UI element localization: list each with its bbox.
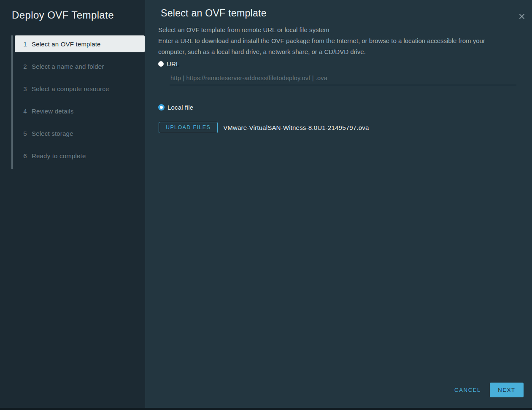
- step-number: 1: [22, 40, 28, 48]
- step-number: 5: [22, 130, 28, 137]
- step-progress-track: [11, 35, 13, 169]
- url-input[interactable]: [170, 73, 516, 85]
- url-radio-label[interactable]: URL: [167, 60, 180, 67]
- url-radio-icon[interactable]: [158, 61, 164, 67]
- step-label: Select a compute resource: [32, 85, 109, 92]
- step-item-ready-to-complete: 6 Ready to complete: [15, 147, 145, 164]
- local-file-radio-icon[interactable]: [158, 104, 165, 111]
- step-number: 6: [22, 152, 28, 159]
- wizard-step-content: Select an OVF template Select an OVF tem…: [145, 0, 532, 408]
- close-icon: [518, 13, 525, 20]
- step-number: 3: [22, 85, 28, 92]
- description-detail: Enter a URL to download and install the …: [158, 35, 510, 57]
- selected-filename: VMware-VirtualSAN-Witness-8.0U1-21495797…: [223, 124, 369, 131]
- step-number: 2: [22, 63, 28, 70]
- url-input-wrap: [170, 73, 516, 85]
- step-label: Review details: [32, 108, 74, 115]
- next-button[interactable]: NEXT: [490, 383, 524, 397]
- upload-files-button[interactable]: UPLOAD FILES: [159, 122, 218, 133]
- step-item-select-name-folder: 2 Select a name and folder: [15, 58, 145, 75]
- local-file-radio-option[interactable]: Local file: [158, 104, 516, 111]
- step-description: Select an OVF template from remote URL o…: [158, 24, 510, 57]
- wizard-dialog: Deploy OVF Template 1 Select an OVF temp…: [0, 0, 532, 408]
- step-list: 1 Select an OVF template 2 Select a name…: [15, 35, 145, 170]
- deploy-ovf-wizard: Deploy OVF Template 1 Select an OVF temp…: [0, 0, 532, 410]
- step-label: Ready to complete: [32, 152, 86, 159]
- wizard-footer: CANCEL NEXT: [454, 383, 524, 397]
- step-label: Select storage: [32, 130, 73, 137]
- page-title: Select an OVF template: [161, 8, 516, 19]
- step-number: 4: [22, 108, 28, 115]
- step-label: Select a name and folder: [32, 63, 104, 70]
- step-item-select-storage: 5 Select storage: [15, 125, 145, 142]
- local-file-radio-label[interactable]: Local file: [167, 104, 193, 111]
- wizard-title: Deploy OVF Template: [12, 9, 114, 21]
- close-button[interactable]: [517, 12, 527, 21]
- step-item-review-details: 4 Review details: [15, 102, 145, 119]
- step-label: Select an OVF template: [32, 40, 101, 48]
- step-item-select-compute-resource: 3 Select a compute resource: [15, 80, 145, 97]
- wizard-sidebar: Deploy OVF Template 1 Select an OVF temp…: [0, 0, 145, 408]
- modal-backdrop-edge: [0, 408, 532, 410]
- step-item-select-ovf-template[interactable]: 1 Select an OVF template: [15, 35, 145, 52]
- description-intro: Select an OVF template from remote URL o…: [158, 24, 510, 35]
- cancel-button[interactable]: CANCEL: [454, 384, 481, 396]
- upload-row: UPLOAD FILES VMware-VirtualSAN-Witness-8…: [159, 122, 516, 133]
- url-radio-option[interactable]: URL: [158, 60, 516, 67]
